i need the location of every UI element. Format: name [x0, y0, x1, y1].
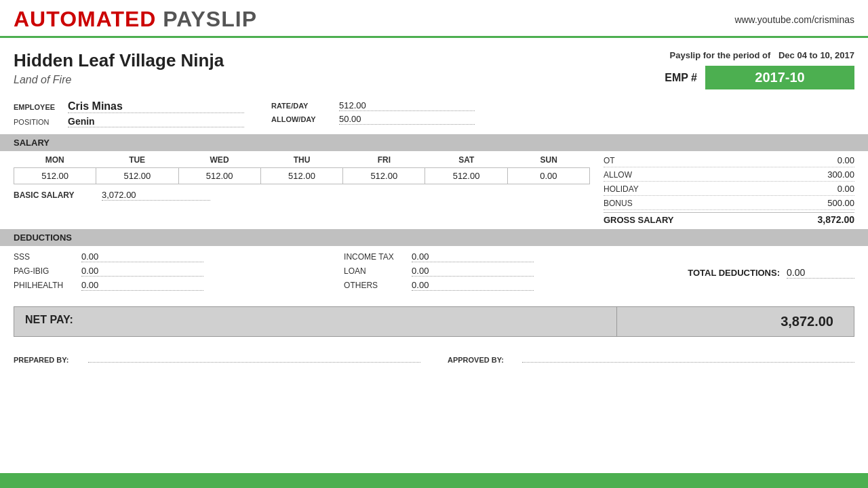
day-sat: SAT	[425, 155, 507, 165]
val-wed: 512.00	[179, 168, 261, 184]
incometax-label: INCOME TAX	[344, 252, 405, 262]
loan-row: LOAN 0.00	[344, 266, 656, 277]
val-sat: 512.00	[425, 168, 507, 184]
day-sun: SUN	[508, 155, 590, 165]
holiday-label: HOLIDAY	[604, 184, 658, 194]
employee-label: EMPLOYEE	[14, 103, 61, 111]
day-thu: THU	[260, 155, 342, 165]
val-thu: 512.00	[261, 168, 343, 184]
loan-label: LOAN	[344, 266, 405, 276]
gross-value: 3,872.00	[818, 214, 855, 225]
ot-value: 0.00	[800, 155, 854, 165]
salary-grid: MON TUE WED THU FRI SAT SUN 512.00 512.0…	[0, 151, 868, 226]
philhealth-row: PHILHEALTH 0.00	[14, 280, 326, 291]
deductions-right: INCOME TAX 0.00 LOAN 0.00 OTHERS 0.00	[344, 251, 656, 294]
allow-salary-label: ALLOW	[604, 170, 658, 180]
payslip-info: Payslip for the period of Dec 04 to 10, …	[665, 50, 854, 89]
employee-name: Cris Minas	[68, 100, 244, 113]
salary-right: OT 0.00 ALLOW 300.00 HOLIDAY 0.00 BONUS …	[590, 155, 854, 225]
pagibig-row: PAG-IBIG 0.00	[14, 266, 326, 277]
salary-left: MON TUE WED THU FRI SAT SUN 512.00 512.0…	[14, 155, 590, 225]
employee-field: EMPLOYEE Cris Minas	[14, 100, 244, 113]
philhealth-label: PHILHEALTH	[14, 281, 75, 290]
val-tue: 512.00	[96, 168, 178, 184]
total-deductions-value: 0.00	[787, 267, 854, 279]
position-value: Genin	[68, 116, 244, 127]
position-label: POSITION	[14, 118, 61, 126]
sss-row: SSS 0.00	[14, 251, 326, 262]
position-field: POSITION Genin	[14, 116, 244, 127]
emp-label: EMP #	[665, 72, 697, 84]
net-pay-label: NET PAY:	[14, 307, 616, 336]
company-subtitle: Land of Fire	[14, 74, 224, 86]
prepared-by-line	[88, 350, 420, 363]
prepared-by-field: PREPARED BY:	[14, 350, 420, 364]
allow-value: 50.00	[339, 114, 475, 125]
bonus-row: BONUS 500.00	[604, 198, 854, 210]
deductions-section-header: DEDUCTIONS	[0, 229, 868, 246]
allow-row: ALLOW 300.00	[604, 169, 854, 182]
philhealth-value: 0.00	[81, 280, 203, 291]
incometax-row: INCOME TAX 0.00	[344, 251, 656, 262]
days-values: 512.00 512.00 512.00 512.00 512.00 512.0…	[14, 167, 590, 184]
bonus-label: BONUS	[604, 199, 658, 208]
deductions-body: SSS 0.00 PAG-IBIG 0.00 PHILHEALTH 0.00 I…	[0, 246, 868, 300]
day-mon: MON	[14, 155, 96, 165]
emp-row: EMP # 2017-10	[665, 66, 854, 89]
pagibig-label: PAG-IBIG	[14, 266, 75, 276]
holiday-row: HOLIDAY 0.00	[604, 184, 854, 196]
day-fri: FRI	[343, 155, 425, 165]
basic-salary-value: 3,072.00	[102, 190, 210, 201]
total-deductions-col: TOTAL DEDUCTIONS: 0.00	[674, 251, 854, 294]
total-deductions-label: TOTAL DEDUCTIONS:	[688, 268, 780, 278]
day-tue: TUE	[96, 155, 178, 165]
rate-value: 512.00	[339, 100, 475, 111]
others-value: 0.00	[412, 280, 534, 291]
pagibig-value: 0.00	[81, 266, 203, 277]
gross-row: GROSS SALARY 3,872.00	[604, 212, 854, 225]
approved-by-field: APPROVED BY:	[448, 350, 854, 364]
salary-section-header: SALARY	[0, 134, 868, 151]
approved-by-label: APPROVED BY:	[448, 356, 515, 364]
payslip-period: Payslip for the period of Dec 04 to 10, …	[665, 50, 854, 60]
total-deductions-row: TOTAL DEDUCTIONS: 0.00	[688, 267, 854, 279]
val-sun: 0.00	[508, 168, 589, 184]
day-wed: WED	[178, 155, 260, 165]
employee-fields-right: RATE/DAY 512.00 ALLOW/DAY 50.00	[271, 100, 475, 127]
sss-value: 0.00	[81, 251, 203, 262]
loan-value: 0.00	[412, 266, 534, 277]
basic-salary-label: BASIC SALARY	[14, 190, 95, 200]
company-name: Hidden Leaf Village Ninja	[14, 50, 224, 71]
deductions-left: SSS 0.00 PAG-IBIG 0.00 PHILHEALTH 0.00	[14, 251, 326, 294]
allow-salary-value: 300.00	[800, 169, 854, 180]
val-fri: 512.00	[343, 168, 425, 184]
holiday-value: 0.00	[800, 184, 854, 194]
employee-info: EMPLOYEE Cris Minas POSITION Genin RATE/…	[0, 96, 868, 131]
rate-label: RATE/DAY	[271, 102, 326, 110]
website-url: www.youtube.com/crisminas	[734, 14, 854, 25]
net-pay-section: NET PAY: 3,872.00	[14, 306, 854, 337]
company-section: Hidden Leaf Village Ninja Land of Fire P…	[0, 38, 868, 96]
allow-label: ALLOW/DAY	[271, 115, 326, 123]
others-label: OTHERS	[344, 281, 405, 290]
basic-salary-row: BASIC SALARY 3,072.00	[14, 190, 590, 205]
top-header: AUTOMATED PAYSLIP www.youtube.com/crismi…	[0, 0, 868, 38]
company-info: Hidden Leaf Village Ninja Land of Fire	[14, 50, 224, 86]
incometax-value: 0.00	[412, 251, 534, 262]
bottom-bar	[0, 473, 868, 488]
val-mon: 512.00	[14, 168, 96, 184]
employee-fields-left: EMPLOYEE Cris Minas POSITION Genin	[14, 100, 244, 127]
period-label: Payslip for the period of	[670, 50, 771, 60]
allow-field: ALLOW/DAY 50.00	[271, 114, 475, 125]
emp-id-box: 2017-10	[705, 66, 854, 89]
sss-label: SSS	[14, 252, 75, 262]
gross-label: GROSS SALARY	[604, 215, 674, 225]
bonus-value: 500.00	[800, 198, 854, 208]
net-pay-value: 3,872.00	[616, 307, 854, 336]
rate-field: RATE/DAY 512.00	[271, 100, 475, 111]
app-title: AUTOMATED PAYSLIP	[14, 7, 257, 32]
prepared-by-label: PREPARED BY:	[14, 356, 81, 364]
days-header: MON TUE WED THU FRI SAT SUN	[14, 155, 590, 165]
ot-row: OT 0.00	[604, 155, 854, 167]
period-value: Dec 04 to 10, 2017	[778, 50, 854, 60]
